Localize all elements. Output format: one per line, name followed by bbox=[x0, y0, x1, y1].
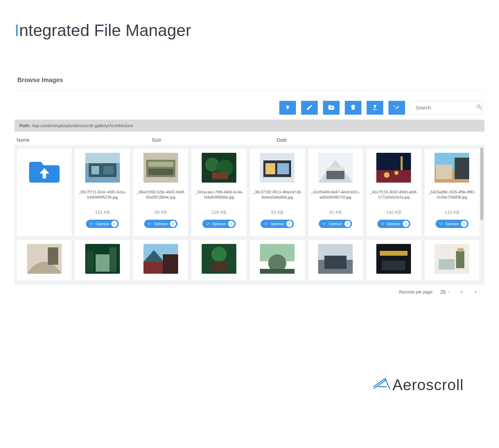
scrollbar[interactable] bbox=[480, 148, 483, 282]
file-card[interactable]: _41e7f119-3b32-45b6-a6bf-1772e5e52e2a.jp… bbox=[366, 148, 422, 237]
magic-button[interactable] bbox=[388, 101, 405, 115]
svg-rect-4 bbox=[103, 166, 114, 174]
svg-rect-53 bbox=[439, 259, 455, 270]
path-bar: Path: /wp-content/uploads/aeroscroll-gal… bbox=[15, 120, 484, 132]
file-size: 110 KB bbox=[445, 203, 459, 215]
file-card[interactable] bbox=[424, 239, 480, 281]
svg-rect-35 bbox=[87, 251, 94, 272]
file-name: _2d1acaec-7fd9-4400-bc4a-1bbd03f90bba.jp… bbox=[191, 183, 246, 203]
file-card[interactable] bbox=[133, 239, 189, 281]
column-headers: Name Size Date bbox=[15, 134, 484, 145]
scrollbar-thumb[interactable] bbox=[480, 148, 483, 220]
edit-button[interactable] bbox=[301, 101, 318, 115]
title-accent: I bbox=[15, 21, 19, 39]
file-card[interactable]: _2d1acaec-7fd9-4400-bc4a-1bbd03f90bba.jp… bbox=[191, 148, 247, 237]
svg-rect-25 bbox=[401, 156, 403, 170]
next-page-button[interactable] bbox=[472, 288, 480, 296]
thumbnail bbox=[435, 153, 469, 183]
file-card[interactable] bbox=[366, 239, 422, 281]
search-icon bbox=[476, 104, 482, 112]
refresh-icon bbox=[170, 221, 176, 227]
svg-point-23 bbox=[384, 172, 389, 178]
file-card[interactable]: _36c37192-8511-48ad-b7a9-9e4ad3a9a80d.jp… bbox=[250, 148, 305, 237]
svg-rect-42 bbox=[211, 261, 227, 272]
svg-rect-8 bbox=[148, 169, 173, 175]
thumbnail bbox=[376, 153, 411, 183]
file-card[interactable] bbox=[191, 239, 247, 281]
optimize-label: Optimize bbox=[96, 222, 109, 226]
svg-rect-20 bbox=[326, 167, 344, 171]
thumbnail bbox=[435, 244, 469, 274]
path-value: /wp-content/uploads/aeroscroll-gallery/A… bbox=[32, 123, 133, 128]
optimize-button[interactable]: Optimize bbox=[436, 220, 469, 228]
column-name: Name bbox=[17, 137, 152, 143]
page-title: Integrated File Manager bbox=[15, 21, 484, 40]
optimize-label: Optimize bbox=[270, 222, 284, 226]
records-per-page-select[interactable]: 25 bbox=[440, 289, 450, 295]
file-card[interactable]: _41c85469-6d47-4ee3-b01c-ad5d2b046710.jp… bbox=[308, 148, 364, 237]
file-card[interactable] bbox=[16, 239, 72, 281]
pager: Records per page: 25 bbox=[15, 285, 484, 296]
wand-icon bbox=[148, 222, 152, 226]
svg-rect-12 bbox=[212, 172, 228, 179]
refresh-icon bbox=[228, 221, 234, 227]
svg-rect-45 bbox=[260, 269, 295, 274]
svg-rect-2 bbox=[85, 153, 120, 163]
file-card[interactable]: _08a31992-526c-4b02-8a9f-65a5f21f6b4c.jp… bbox=[133, 148, 189, 237]
thumbnail bbox=[143, 244, 178, 274]
thumbnail bbox=[260, 244, 295, 274]
go-up-button[interactable] bbox=[279, 101, 296, 115]
optimize-label: Optimize bbox=[329, 222, 342, 226]
wand-icon bbox=[381, 222, 385, 226]
file-name: _36c37192-8511-48ad-b7a9-9e4ad3a9a80d.jp… bbox=[250, 183, 305, 203]
file-size: 131 KB bbox=[95, 203, 110, 215]
optimize-label: Optimize bbox=[154, 222, 167, 226]
svg-rect-29 bbox=[436, 165, 452, 179]
refresh-icon bbox=[403, 221, 409, 227]
optimize-button[interactable]: Optimize bbox=[202, 220, 235, 228]
prev-page-button[interactable] bbox=[457, 288, 465, 296]
wand-icon bbox=[322, 222, 326, 226]
file-card[interactable] bbox=[308, 239, 364, 281]
file-card[interactable]: _5423ad98-1826-4f9e-8f81-e165e72b8f38.jp… bbox=[424, 148, 480, 237]
new-folder-button[interactable] bbox=[323, 101, 340, 115]
thumbnail bbox=[260, 153, 295, 183]
search-input[interactable] bbox=[415, 105, 476, 111]
file-name: _41c85469-6d47-4ee3-b01c-ad5d2b046710.jp… bbox=[308, 183, 363, 203]
search-box bbox=[410, 101, 483, 115]
file-name: _5423ad98-1826-4f9e-8f81-e165e72b8f38.jp… bbox=[424, 183, 480, 203]
delete-button[interactable] bbox=[345, 101, 361, 115]
file-name: _41e7f119-3b32-45b6-a6bf-1772e5e52e2a.jp… bbox=[366, 183, 421, 203]
optimize-button[interactable]: Optimize bbox=[377, 220, 410, 228]
optimize-button[interactable]: Optimize bbox=[319, 220, 352, 228]
thumbnail bbox=[85, 244, 120, 274]
thumbnail bbox=[143, 153, 178, 183]
file-size: 226 KB bbox=[212, 203, 227, 215]
title-rest: ntegrated File Manager bbox=[19, 21, 191, 39]
brand-name: Aeroscroll bbox=[392, 376, 464, 394]
refresh-icon bbox=[461, 221, 467, 227]
file-name: _08a31992-526c-4b02-8a9f-65a5f21f6b4c.jp… bbox=[133, 183, 188, 203]
optimize-button[interactable]: Optimize bbox=[261, 220, 294, 228]
upload-button[interactable] bbox=[367, 101, 383, 115]
column-size: Size bbox=[152, 137, 277, 143]
svg-rect-54 bbox=[456, 251, 464, 268]
wand-icon bbox=[89, 222, 94, 226]
file-card[interactable] bbox=[250, 239, 305, 281]
up-folder[interactable] bbox=[16, 148, 72, 237]
refresh-icon bbox=[344, 221, 351, 227]
optimize-button[interactable]: Optimize bbox=[144, 220, 177, 228]
svg-rect-33 bbox=[96, 254, 110, 272]
thumbnail bbox=[85, 153, 120, 183]
divider bbox=[15, 90, 484, 90]
file-card[interactable]: _0517f711-62ec-4381-b2ac-b390484f5234.jp… bbox=[75, 148, 130, 237]
svg-rect-16 bbox=[277, 163, 289, 174]
toolbar bbox=[15, 101, 484, 120]
thumbnail bbox=[318, 153, 353, 183]
svg-rect-34 bbox=[110, 247, 116, 272]
optimize-label: Optimize bbox=[212, 222, 226, 226]
optimize-button[interactable]: Optimize bbox=[86, 220, 119, 228]
svg-rect-55 bbox=[457, 248, 464, 252]
refresh-icon bbox=[111, 221, 117, 227]
file-card[interactable] bbox=[75, 239, 130, 281]
